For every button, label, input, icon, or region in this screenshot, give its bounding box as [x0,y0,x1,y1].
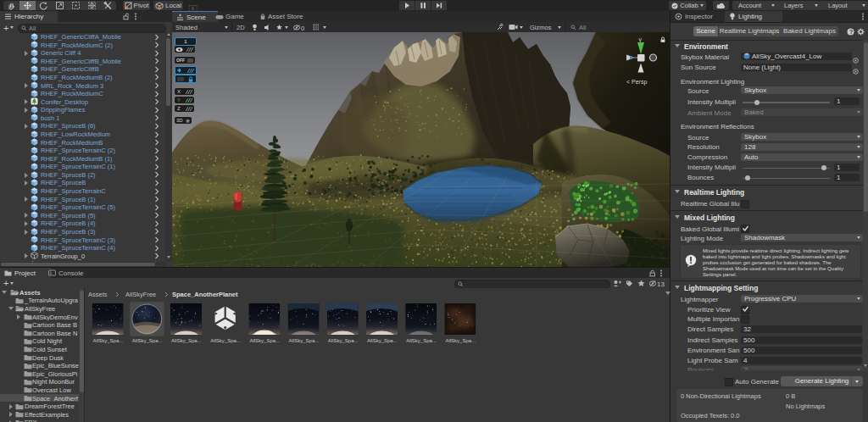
svg-text:AllSky_Spa...: AllSky_Spa... [210,338,241,343]
svg-text:AllSky_Spa...: AllSky_Spa... [93,338,124,343]
svg-text:AllSky_Spa...: AllSky_Spa... [289,338,320,343]
svg-text:< Persp: < Persp [626,79,647,86]
svg-text:AllSky_Spa...: AllSky_Spa... [406,338,437,343]
svg-text:AllSky_Spa...: AllSky_Spa... [171,338,202,343]
svg-text:AllSky_Spa...: AllSky_Spa... [328,338,359,343]
svg-text:AllSky_Spa...: AllSky_Spa... [132,338,163,343]
svg-text:AllSky_Spa...: AllSky_Spa... [367,338,398,343]
svg-text:0: 0 [301,24,304,31]
svg-text:13: 13 [657,280,665,287]
svg-text:y: y [639,36,643,43]
svg-text:?: ? [849,29,853,35]
svg-text:AllSky_Spa...: AllSky_Spa... [249,338,280,343]
svg-text:AllSky_Spa...: AllSky_Spa... [445,338,476,343]
